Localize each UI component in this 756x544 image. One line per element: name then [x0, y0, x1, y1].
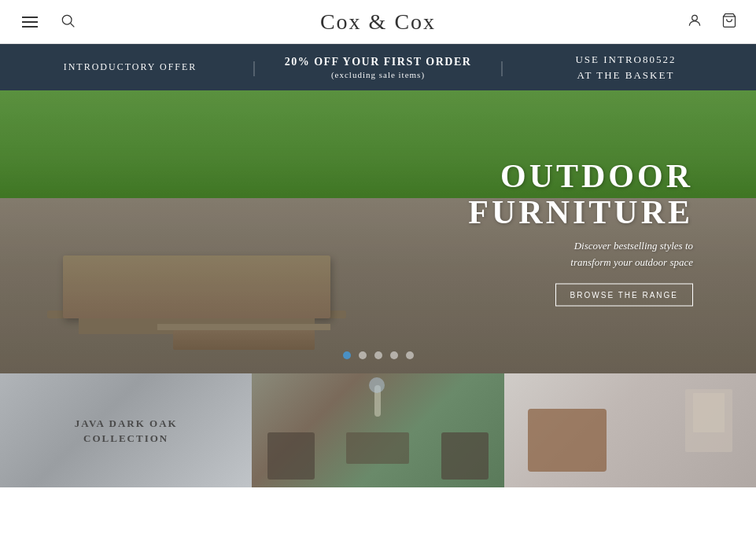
- svg-point-2: [692, 15, 698, 20]
- product-card-label-1: JAVA DARK OAK COLLECTION: [75, 415, 178, 446]
- hero-section: OUTDOOR FURNITURE Discover bestselling s…: [0, 90, 756, 373]
- user-icon: [687, 13, 703, 28]
- promo-code-line2: AT THE BASKET: [577, 68, 675, 83]
- hero-desc-line2: transform your outdoor space: [468, 255, 693, 271]
- header-left: [16, 9, 79, 34]
- header-right: [684, 9, 740, 34]
- site-logo[interactable]: Cox & Cox: [320, 9, 436, 34]
- carousel-dots: [343, 351, 414, 359]
- menu-button[interactable]: [16, 10, 44, 34]
- promo-divider-1: |: [245, 58, 264, 76]
- search-icon: [60, 13, 76, 28]
- promo-offer-section: 20% OFF YOUR FIRST ORDER (excluding sale…: [264, 56, 492, 79]
- site-header: Cox & Cox: [0, 0, 756, 44]
- cart-button[interactable]: [718, 9, 740, 34]
- product-card-living-room[interactable]: [504, 373, 756, 487]
- promo-bar: INTRODUCTORY OFFER | 20% OFF YOUR FIRST …: [0, 44, 756, 90]
- carousel-dot-4[interactable]: [390, 351, 398, 359]
- search-button[interactable]: [57, 9, 79, 34]
- cart-icon: [721, 13, 737, 28]
- promo-intro-label: INTRODUCTORY OFFER: [64, 61, 197, 73]
- hero-desc-line1: Discover bestselling styles to: [468, 238, 693, 255]
- promo-divider-2: |: [492, 58, 511, 76]
- header-center: Cox & Cox: [320, 9, 436, 35]
- carousel-dot-2[interactable]: [359, 351, 367, 359]
- hero-text-block: OUTDOOR FURNITURE Discover bestselling s…: [468, 158, 693, 307]
- hero-title-line1: OUTDOOR: [468, 158, 693, 194]
- account-button[interactable]: [684, 9, 706, 34]
- promo-code-line1: USE INTRO80522: [575, 52, 676, 68]
- promo-code-section: USE INTRO80522 AT THE BASKET: [511, 52, 740, 83]
- hero-cta-button[interactable]: BROWSE THE RANGE: [555, 283, 693, 306]
- product-card-java-dark-oak[interactable]: JAVA DARK OAK COLLECTION: [0, 373, 252, 487]
- promo-intro-section: INTRODUCTORY OFFER: [16, 61, 245, 73]
- carousel-dot-1[interactable]: [343, 351, 351, 359]
- product-grid: JAVA DARK OAK COLLECTION: [0, 373, 756, 487]
- svg-point-0: [62, 15, 72, 24]
- product-card-outdoor-dining[interactable]: [252, 373, 503, 487]
- promo-offer-main: 20% OFF YOUR FIRST ORDER: [285, 56, 472, 68]
- promo-offer-sub: (excluding sale items): [331, 70, 425, 79]
- hamburger-icon: [19, 13, 41, 31]
- svg-line-1: [71, 24, 75, 28]
- carousel-dot-3[interactable]: [374, 351, 382, 359]
- carousel-dot-5[interactable]: [406, 351, 414, 359]
- hero-title-line2: FURNITURE: [468, 194, 693, 230]
